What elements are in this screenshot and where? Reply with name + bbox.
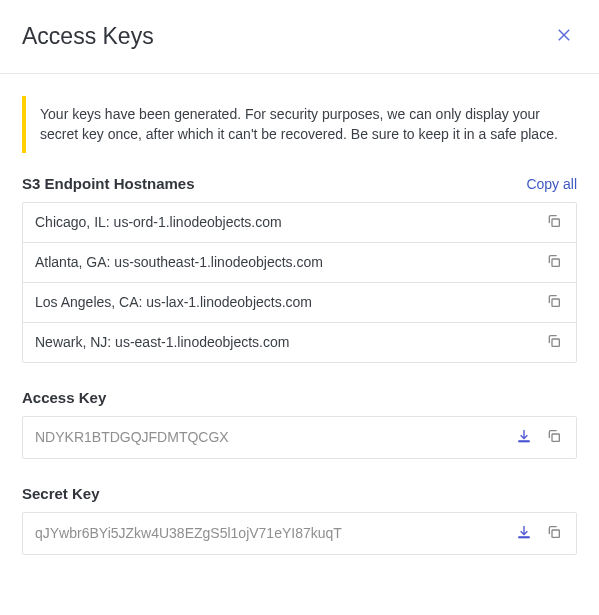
endpoint-row: Chicago, IL: us-ord-1.linodeobjects.com — [23, 203, 576, 243]
copy-icon — [546, 524, 562, 543]
copy-icon — [546, 428, 562, 447]
download-secret-key-button[interactable] — [514, 522, 534, 545]
copy-all-button[interactable]: Copy all — [526, 176, 577, 192]
endpoints-header: S3 Endpoint Hostnames Copy all — [22, 175, 577, 192]
copy-icon — [546, 333, 562, 352]
close-button[interactable] — [551, 22, 577, 51]
download-icon — [516, 524, 532, 543]
copy-endpoint-button[interactable] — [544, 211, 564, 234]
modal-header: Access Keys — [0, 0, 599, 74]
access-key-section: Access Key NDYKR1BTDGQJFDMTQCGX — [22, 389, 577, 459]
secret-key-actions — [504, 522, 564, 545]
endpoint-text: Atlanta, GA: us-southeast-1.linodeobject… — [35, 254, 323, 270]
copy-endpoint-button[interactable] — [544, 291, 564, 314]
secret-key-label: Secret Key — [22, 485, 577, 502]
endpoint-text: Chicago, IL: us-ord-1.linodeobjects.com — [35, 214, 282, 230]
copy-secret-key-button[interactable] — [544, 522, 564, 545]
endpoint-row: Newark, NJ: us-east-1.linodeobjects.com — [23, 323, 576, 362]
secret-key-value: qJYwbr6BYi5JZkw4U38EZgS5l1ojV71eYI87kuqT — [35, 525, 504, 541]
svg-rect-9 — [552, 530, 559, 537]
access-key-label: Access Key — [22, 389, 577, 406]
endpoint-list: Chicago, IL: us-ord-1.linodeobjects.com … — [22, 202, 577, 363]
copy-icon — [546, 213, 562, 232]
svg-rect-8 — [519, 536, 530, 537]
endpoints-title: S3 Endpoint Hostnames — [22, 175, 195, 192]
svg-rect-6 — [519, 440, 530, 441]
modal-title: Access Keys — [22, 23, 154, 50]
svg-rect-2 — [552, 219, 559, 226]
access-key-box: NDYKR1BTDGQJFDMTQCGX — [22, 416, 577, 459]
warning-banner: Your keys have been generated. For secur… — [22, 96, 577, 153]
svg-rect-3 — [552, 259, 559, 266]
copy-endpoint-button[interactable] — [544, 331, 564, 354]
endpoint-row: Atlanta, GA: us-southeast-1.linodeobject… — [23, 243, 576, 283]
endpoint-text: Los Angeles, CA: us-lax-1.linodeobjects.… — [35, 294, 312, 310]
secret-key-section: Secret Key qJYwbr6BYi5JZkw4U38EZgS5l1ojV… — [22, 485, 577, 555]
copy-icon — [546, 293, 562, 312]
copy-endpoint-button[interactable] — [544, 251, 564, 274]
access-key-actions — [504, 426, 564, 449]
endpoint-text: Newark, NJ: us-east-1.linodeobjects.com — [35, 334, 289, 350]
warning-text: Your keys have been generated. For secur… — [40, 104, 563, 145]
download-icon — [516, 428, 532, 447]
modal-body: Your keys have been generated. For secur… — [0, 74, 599, 603]
svg-rect-4 — [552, 299, 559, 306]
copy-access-key-button[interactable] — [544, 426, 564, 449]
download-access-key-button[interactable] — [514, 426, 534, 449]
access-key-value: NDYKR1BTDGQJFDMTQCGX — [35, 429, 504, 445]
svg-rect-7 — [552, 434, 559, 441]
copy-icon — [546, 253, 562, 272]
close-icon — [555, 26, 573, 47]
endpoint-row: Los Angeles, CA: us-lax-1.linodeobjects.… — [23, 283, 576, 323]
secret-key-box: qJYwbr6BYi5JZkw4U38EZgS5l1ojV71eYI87kuqT — [22, 512, 577, 555]
svg-rect-5 — [552, 339, 559, 346]
